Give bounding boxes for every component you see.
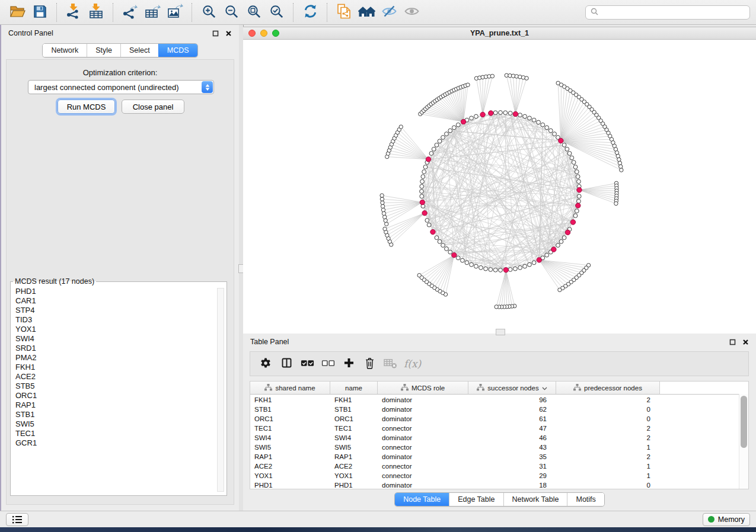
result-node-item[interactable]: CAR1: [15, 296, 217, 306]
refresh-button[interactable]: [299, 2, 321, 23]
column-header-shared-name[interactable]: shared name: [250, 382, 330, 394]
result-node-item[interactable]: RAP1: [15, 400, 217, 410]
criterion-dropdown[interactable]: largest connected component (undirected): [28, 80, 214, 94]
result-node-item[interactable]: TEC1: [15, 429, 217, 438]
search-box[interactable]: [585, 5, 750, 20]
result-node-item[interactable]: STP4: [15, 306, 217, 315]
zoom-fit-button[interactable]: [243, 2, 264, 23]
tab-mcds[interactable]: MCDS: [158, 44, 197, 57]
result-list-scrollbar[interactable]: [217, 288, 224, 492]
table-cell: RAP1: [330, 453, 378, 460]
zoom-out-button[interactable]: [221, 2, 242, 23]
hide-selected-button[interactable]: [378, 2, 400, 23]
float-table-panel-button[interactable]: [729, 339, 736, 345]
table-row[interactable]: STB1STB1dominator620: [250, 405, 748, 414]
close-panel-action-button[interactable]: Close panel: [122, 100, 184, 114]
search-input[interactable]: [602, 8, 745, 17]
add-button[interactable]: [339, 354, 358, 373]
table-cell: 47: [468, 425, 556, 432]
memory-button[interactable]: Memory: [703, 513, 750, 526]
refresh-icon: [303, 4, 318, 20]
table-row[interactable]: ORC1ORC1dominator610: [250, 414, 748, 424]
delete-button[interactable]: [360, 354, 379, 373]
import-table-icon: [88, 4, 104, 21]
table-cell: RAP1: [250, 453, 330, 460]
result-node-item[interactable]: TID3: [15, 315, 217, 325]
import-network-button[interactable]: [63, 2, 84, 23]
table-cell: dominator: [378, 396, 468, 403]
export-network-button[interactable]: [119, 2, 141, 23]
column-header-MCDS-role[interactable]: MCDS role: [378, 382, 468, 394]
result-node-item[interactable]: PHD1: [15, 287, 217, 296]
table-cell: 62: [468, 406, 556, 413]
table-row[interactable]: FKH1FKH1dominator962: [250, 395, 748, 405]
memory-label: Memory: [718, 515, 745, 524]
column-header-predecessor-nodes[interactable]: predecessor nodes: [556, 382, 660, 394]
toolbar-separator: [327, 3, 327, 22]
show-all-icon: [404, 4, 420, 20]
column-layout-button[interactable]: [277, 354, 296, 373]
result-node-item[interactable]: ORC1: [15, 391, 217, 400]
save-button[interactable]: [29, 2, 50, 23]
result-node-item[interactable]: STB5: [15, 382, 217, 391]
tab-node-table[interactable]: Node Table: [395, 493, 449, 506]
table-row[interactable]: PHD1PHD1dominator180: [250, 480, 748, 489]
run-mcds-button[interactable]: Run MCDS: [58, 100, 115, 114]
result-node-item[interactable]: STB1: [15, 410, 217, 419]
table-cell: PHD1: [250, 482, 330, 489]
table-scrollbar[interactable]: [739, 394, 748, 489]
table-cell: TEC1: [250, 425, 330, 432]
tab-network[interactable]: Network: [43, 44, 87, 57]
table-row[interactable]: YOX1YOX1connector291: [250, 471, 748, 480]
task-history-button[interactable]: [6, 513, 28, 526]
minimize-window-icon[interactable]: [260, 30, 267, 37]
result-node-item[interactable]: GCR1: [15, 438, 217, 448]
criterion-value: largest connected component (undirected): [34, 83, 179, 92]
zoom-selected-button[interactable]: [266, 2, 287, 23]
result-node-item[interactable]: PMA2: [15, 353, 217, 363]
tab-network-table[interactable]: Network Table: [503, 493, 567, 506]
result-node-item[interactable]: SWI5: [15, 419, 217, 429]
column-header-successor-nodes[interactable]: successor nodes: [468, 382, 556, 394]
table-cell: dominator: [378, 406, 468, 413]
close-panel-button[interactable]: [225, 30, 232, 37]
tab-motifs[interactable]: Motifs: [567, 493, 604, 506]
result-node-item[interactable]: SWI4: [15, 334, 217, 344]
result-node-item[interactable]: YOX1: [15, 325, 217, 334]
export-image-button[interactable]: [164, 2, 186, 23]
close-table-panel-button[interactable]: [742, 339, 749, 345]
table-cell: connector: [378, 472, 468, 479]
open-icon: [9, 4, 25, 20]
export-table-button[interactable]: [142, 2, 163, 23]
tab-style[interactable]: Style: [87, 44, 120, 57]
close-window-icon[interactable]: [248, 30, 256, 37]
select-all-button[interactable]: [298, 354, 317, 373]
table-panel-header: Table Panel: [243, 334, 756, 350]
table-row[interactable]: ACE2ACE2connector311: [250, 462, 748, 471]
table-cell: TEC1: [330, 425, 378, 432]
tab-select[interactable]: Select: [120, 44, 158, 57]
duplicate-network-button[interactable]: [333, 2, 355, 23]
result-node-item[interactable]: SRD1: [15, 344, 217, 353]
table-row[interactable]: SWI5SWI5connector431: [250, 443, 748, 452]
table-row[interactable]: SWI4SWI4dominator462: [250, 433, 748, 443]
table-cell: SWI5: [330, 444, 378, 451]
zoom-in-button[interactable]: [198, 2, 219, 23]
table-row[interactable]: TEC1TEC1connector472: [250, 424, 748, 433]
scrollbar-thumb[interactable]: [741, 396, 747, 448]
search-icon: [591, 7, 598, 18]
first-neighbors-button[interactable]: [356, 2, 377, 23]
column-header-name[interactable]: name: [330, 382, 378, 394]
network-canvas[interactable]: [243, 40, 756, 334]
float-panel-button[interactable]: [212, 30, 219, 37]
result-node-item[interactable]: ACE2: [15, 372, 217, 382]
maximize-window-icon[interactable]: [272, 30, 279, 37]
tab-edge-table[interactable]: Edge Table: [449, 493, 503, 506]
horizontal-splitter-handle[interactable]: [496, 329, 505, 335]
settings-button[interactable]: [256, 354, 275, 373]
deselect-all-button[interactable]: [318, 354, 337, 373]
result-node-item[interactable]: FKH1: [15, 363, 217, 372]
table-row[interactable]: RAP1RAP1dominator352: [250, 452, 748, 462]
import-table-button[interactable]: [85, 2, 107, 23]
open-button[interactable]: [7, 2, 28, 23]
